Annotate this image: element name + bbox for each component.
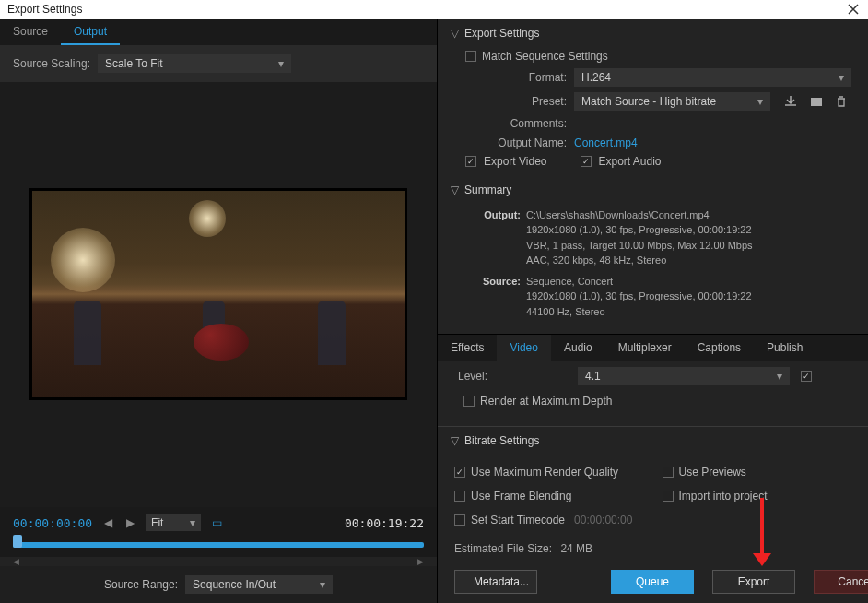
format-dropdown[interactable]: H.264 ▾ [574,68,851,87]
export-button[interactable]: Export [712,570,795,594]
queue-button[interactable]: Queue [611,570,694,594]
estimated-size-row: Estimated File Size: 24 MB [438,537,868,561]
match-sequence-label: Match Sequence Settings [482,50,608,63]
import-project-checkbox[interactable] [663,491,674,502]
left-panel: Source Output Source Scaling: Scale To F… [0,19,438,604]
video-settings-panel: Level: 4.1 ▾ Render at Maximum Depth [438,361,868,419]
summary-body: Output:C:\Users\shash\Downloads\Concert.… [438,204,868,329]
chevron-down-icon: ▾ [278,57,284,70]
export-video-label: Export Video [484,155,547,168]
next-frame-icon[interactable]: ▶ [123,516,136,529]
summary-output-audio: AAC, 320 kbps, 48 kHz, Stereo [475,253,851,268]
titlebar: Export Settings [0,0,868,19]
timeline-markers: ◀ ▶ [0,557,437,566]
video-preview[interactable] [29,188,407,400]
disclosure-triangle-icon: ▽ [451,27,459,40]
button-row: Metadata... Queue Export Cancel [438,561,868,603]
chevron-down-icon: ▾ [320,578,325,591]
summary-source-seq: Sequence, Concert [526,274,613,290]
preview-area [0,82,437,508]
summary-source-audio: 44100 Hz, Stereo [475,304,851,320]
estimated-size-value: 24 MB [560,542,592,555]
render-max-depth-label: Render at Maximum Depth [480,395,612,408]
source-range-label: Source Range: [104,578,178,591]
match-sequence-checkbox[interactable] [465,51,476,62]
bottom-options: Use Maximum Render Quality Use Previews … [438,455,868,537]
in-marker-icon[interactable]: ◀ [13,557,19,566]
tab-effects[interactable]: Effects [438,335,497,361]
tab-multiplexer[interactable]: Multiplexer [605,335,685,361]
summary-output-res: 1920x1080 (1.0), 30 fps, Progressive, 00… [475,222,851,238]
export-settings-dialog: Export Settings Source Output Source Sca… [0,0,868,603]
tab-publish[interactable]: Publish [754,335,815,361]
output-name-link[interactable]: Concert.mp4 [574,136,638,149]
source-scaling-label: Source Scaling: [13,57,90,70]
preview-tabs: Source Output [0,19,437,45]
right-panel: ▽ Export Settings Match Sequence Setting… [438,19,868,604]
zoom-fit-dropdown[interactable]: Fit ▾ [146,514,201,531]
export-audio-label: Export Audio [599,155,662,168]
level-label: Level: [451,370,570,383]
summary-output-path: C:\Users\shash\Downloads\Concert.mp4 [526,207,710,223]
start-timecode-value: 00:00:00:00 [574,514,632,526]
chevron-down-icon: ▾ [777,370,782,383]
disclosure-triangle-icon: ▽ [451,183,459,196]
export-audio-checkbox[interactable] [581,156,592,167]
save-preset-icon[interactable] [783,95,800,108]
max-quality-checkbox[interactable] [454,467,465,478]
start-timecode-checkbox[interactable] [454,514,465,526]
duration-timecode: 00:00:19:22 [345,516,424,530]
source-scaling-row: Source Scaling: Scale To Fit ▾ [0,45,437,82]
out-marker-icon[interactable]: ▶ [417,557,424,566]
prev-frame-icon[interactable]: ◀ [101,516,114,529]
close-button[interactable] [846,2,861,17]
aspect-icon[interactable]: ▭ [210,516,223,529]
delete-preset-icon[interactable] [835,95,851,108]
source-scaling-dropdown[interactable]: Scale To Fit ▾ [98,54,291,73]
chevron-down-icon: ▾ [757,95,763,108]
metadata-button[interactable]: Metadata... [454,570,537,594]
current-timecode[interactable]: 00:00:00:00 [13,516,92,530]
source-range-dropdown[interactable]: Sequence In/Out ▾ [185,575,333,594]
timeline[interactable] [0,538,437,557]
chevron-down-icon: ▾ [190,516,195,529]
output-name-label: Output Name: [465,136,567,149]
time-controls: 00:00:00:00 ◀ ▶ Fit ▾ ▭ 00:00:19:22 [0,507,437,538]
disclosure-triangle-icon: ▽ [451,434,459,447]
settings-tabs: Effects Video Audio Multiplexer Captions… [438,334,868,361]
close-icon [848,4,859,15]
level-dropdown[interactable]: 4.1 ▾ [578,367,790,385]
svg-rect-0 [811,98,822,106]
frame-blending-checkbox[interactable] [454,491,465,502]
summary-header[interactable]: ▽ Summary [438,176,868,204]
preset-dropdown[interactable]: Match Source - High bitrate ▾ [574,92,770,111]
import-preset-icon[interactable] [809,95,826,108]
level-match-checkbox[interactable] [801,371,812,382]
render-max-depth-checkbox[interactable] [463,396,475,407]
cancel-button[interactable]: Cancel [814,570,868,594]
source-range-row: Source Range: Sequence In/Out ▾ [0,566,437,603]
format-label: Format: [465,71,567,84]
export-video-checkbox[interactable] [465,156,476,167]
bitrate-settings-header[interactable]: ▽ Bitrate Settings [438,426,868,455]
tab-output[interactable]: Output [61,19,120,45]
playhead[interactable] [13,535,22,548]
chevron-down-icon: ▾ [839,71,844,84]
tab-source[interactable]: Source [0,19,61,45]
export-settings-header[interactable]: ▽ Export Settings [438,19,868,47]
tab-audio[interactable]: Audio [551,335,605,361]
preset-label: Preset: [465,95,567,108]
use-previews-checkbox[interactable] [663,467,674,478]
window-title: Export Settings [7,3,846,16]
summary-output-bitrate: VBR, 1 pass, Target 10.00 Mbps, Max 12.0… [475,238,851,254]
tab-captions[interactable]: Captions [685,335,754,361]
comments-input[interactable] [574,116,851,131]
comments-label: Comments: [465,117,567,130]
summary-source-res: 1920x1080 (1.0), 30 fps, Progressive, 00… [475,289,851,304]
tab-video[interactable]: Video [497,335,550,361]
